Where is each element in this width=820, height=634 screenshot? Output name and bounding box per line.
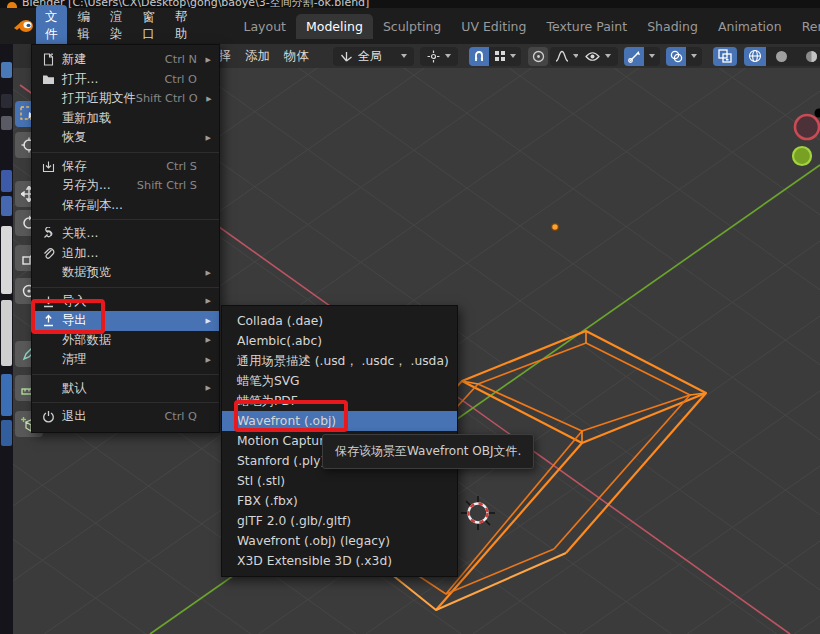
tab-texture-paint[interactable]: Texture Paint: [536, 14, 637, 39]
submenu-item-collada[interactable]: Collada (.dae): [222, 311, 457, 331]
blender-logo-icon[interactable]: [13, 18, 35, 34]
export-tooltip: 保存该场景至Wavefront OBJ文件.: [322, 434, 534, 469]
submenu-item-grease-pencil-svg[interactable]: 蜡笔为SVG: [222, 371, 457, 391]
menu-separator: [32, 287, 219, 288]
submenu-item-alembic[interactable]: Alembic(.abc): [222, 331, 457, 351]
submenu-item-gltf[interactable]: glTF 2.0 (.glb/.gltf): [222, 511, 457, 531]
solid-sphere-icon: [775, 50, 788, 63]
menu-separator: [32, 402, 219, 403]
show-gizmo-toggle[interactable]: [624, 47, 644, 66]
wireframe-sphere-icon: [748, 49, 762, 63]
tab-shading[interactable]: Shading: [637, 14, 708, 39]
overlays-icon: [670, 50, 683, 63]
submenu-item-wavefront-legacy[interactable]: Wavefront (.obj) (legacy): [222, 531, 457, 551]
show-object-types-dropdown[interactable]: [578, 47, 618, 66]
tab-layout[interactable]: Layout: [234, 14, 297, 39]
menu-item-revert[interactable]: 重新加载: [32, 109, 219, 129]
shading-solid-button[interactable]: [766, 47, 796, 66]
menu-render[interactable]: 渲染: [101, 5, 132, 47]
shading-material-button[interactable]: [796, 47, 820, 66]
submenu-item-stl[interactable]: Stl (.stl): [222, 471, 457, 491]
submenu-item-grease-pencil-pdf[interactable]: 蜡笔为PDF: [222, 391, 457, 411]
magnet-icon: [473, 50, 485, 62]
menu-separator: [32, 152, 219, 153]
menu-add[interactable]: 添加: [245, 48, 270, 65]
chevron-down-icon: [445, 54, 451, 58]
menu-item-open[interactable]: 打开... Ctrl O: [32, 70, 219, 90]
import-arrow-icon: [40, 295, 57, 308]
menu-item-append[interactable]: 追加...: [32, 244, 219, 264]
xray-toggle-button[interactable]: [713, 47, 737, 66]
menu-item-save[interactable]: 保存 Ctrl S: [32, 157, 219, 177]
menu-separator: [32, 374, 219, 375]
tab-uv-editing[interactable]: UV Editing: [451, 14, 536, 39]
menu-help[interactable]: 帮助: [166, 5, 197, 47]
tab-rendering[interactable]: Renderi: [792, 14, 820, 39]
orientation-axes-icon: [340, 50, 353, 63]
proportional-circle-icon: [532, 50, 545, 63]
menu-item-export[interactable]: 导出 ▶: [32, 311, 219, 331]
menu-object[interactable]: 物体: [284, 48, 309, 65]
menu-item-recover[interactable]: 恢复 ▶: [32, 128, 219, 148]
show-overlays-toggle[interactable]: [666, 47, 686, 66]
menu-item-link[interactable]: 关联...: [32, 224, 219, 244]
new-file-icon: [40, 53, 57, 66]
snap-toggle-button[interactable]: [469, 47, 489, 66]
xray-icon: [718, 49, 732, 63]
menu-item-data-preview[interactable]: 数据预览 ▶: [32, 263, 219, 283]
power-icon: [40, 410, 57, 423]
menu-separator: [32, 219, 219, 220]
menu-item-external-data[interactable]: 外部数据 ▶: [32, 331, 219, 351]
menu-item-open-recent[interactable]: 打开近期文件 Shift Ctrl O ▶: [32, 89, 219, 109]
chevron-down-icon: [401, 54, 407, 58]
export-arrow-icon: [40, 314, 57, 327]
pivot-point-dropdown[interactable]: [420, 47, 458, 66]
3d-cursor: [461, 496, 495, 530]
pivot-icon: [427, 50, 440, 63]
menu-item-quit[interactable]: 退出 Ctrl Q: [32, 407, 219, 427]
eye-visibility-icon: [585, 51, 600, 62]
menu-item-save-as[interactable]: 另存为... Shift Ctrl S: [32, 176, 219, 196]
topbar: 文件 编辑 渲染 窗口 帮助 Layout Modeling Sculpting…: [0, 8, 820, 44]
proportional-editing-toggle[interactable]: [528, 47, 548, 66]
save-icon: [40, 160, 57, 173]
transform-orientation-dropdown[interactable]: 全局: [333, 47, 414, 66]
menu-edit[interactable]: 编辑: [69, 5, 100, 47]
chevron-down-icon: [649, 54, 655, 58]
tab-modeling[interactable]: Modeling: [296, 14, 373, 39]
gizmo-dropdown[interactable]: [644, 47, 660, 66]
gizmo-arrow-icon: [628, 50, 641, 63]
chevron-down-icon: [691, 54, 697, 58]
blender-window: Blender [C:\Users\CX\Desktop\gong\baoye\…: [0, 0, 820, 634]
nav-gizmo-z-axis-ball[interactable]: [815, 109, 820, 118]
link-chain-icon: [40, 227, 57, 240]
workspace-tabs: Layout Modeling Sculpting UV Editing Tex…: [234, 14, 820, 39]
snap-with-dropdown[interactable]: [489, 47, 521, 66]
open-folder-icon: [40, 73, 57, 86]
submenu-item-x3d[interactable]: X3D Extensible 3D (.x3d): [222, 551, 457, 571]
menu-file[interactable]: 文件: [36, 5, 67, 47]
overlays-dropdown[interactable]: [686, 47, 702, 66]
tab-animation[interactable]: Animation: [708, 14, 792, 39]
submenu-item-usd[interactable]: 通用场景描述 (.usd， .usdc， .usda): [222, 351, 457, 371]
nav-gizmo-x-axis-ball[interactable]: [795, 115, 819, 139]
tab-sculpting[interactable]: Sculpting: [373, 14, 451, 39]
left-edge-app-sliver: [0, 8, 13, 634]
menu-window[interactable]: 窗口: [134, 5, 165, 47]
shading-wireframe-button[interactable]: [744, 47, 766, 66]
chevron-down-icon: [510, 54, 516, 58]
file-menu-popup: 新建 Ctrl N ▶ 打开... Ctrl O 打开近期文件 Shift Ct…: [31, 44, 220, 433]
submenu-item-fbx[interactable]: FBX (.fbx): [222, 491, 457, 511]
menu-item-defaults[interactable]: 默认 ▶: [32, 379, 219, 399]
object-origin-dot: [552, 224, 559, 231]
orientation-value: 全局: [358, 48, 382, 65]
nav-gizmo-y-axis-ball[interactable]: [793, 147, 811, 165]
menu-item-save-copy[interactable]: 保存副本...: [32, 196, 219, 216]
menu-item-import[interactable]: 导入 ▶: [32, 292, 219, 312]
paperclip-icon: [40, 247, 57, 260]
menu-item-clean-up[interactable]: 清理 ▶: [32, 350, 219, 370]
chevron-down-icon: [605, 54, 611, 58]
material-sphere-icon: [805, 50, 818, 63]
menu-item-new[interactable]: 新建 Ctrl N ▶: [32, 50, 219, 70]
submenu-item-wavefront-obj[interactable]: Wavefront (.obj): [222, 411, 457, 431]
